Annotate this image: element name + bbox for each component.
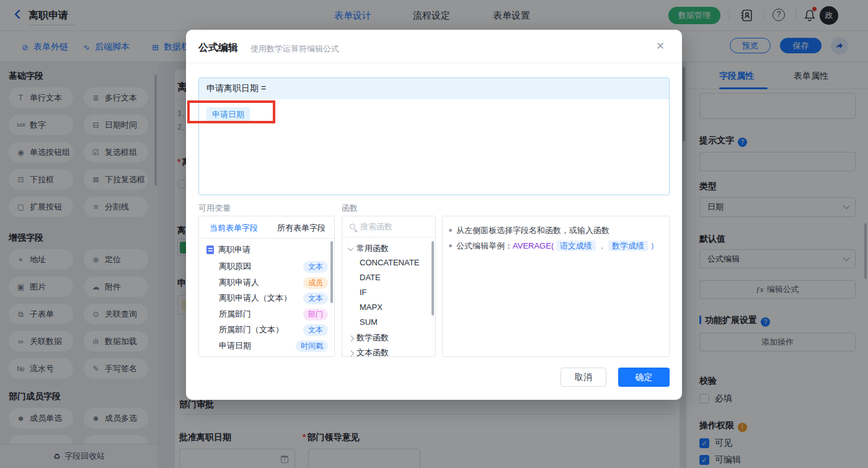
app-root: 离职申请 表单设计 流程设定 表单设置 数据管理 ? 政 ⊘ <box>0 0 868 468</box>
type-badge: 文本 <box>303 324 328 336</box>
variables-tabs: 当前表单字段 所有表单字段 <box>199 216 334 239</box>
modal-subtitle: 使用数学运算符编辑公式 <box>250 43 339 55</box>
bullet-dot <box>449 244 452 247</box>
search-input[interactable] <box>360 222 422 231</box>
var-name: 所属部门（文本） <box>219 324 283 335</box>
type-badge: 文本 <box>303 293 328 304</box>
search-icon <box>350 224 355 229</box>
var-name: 所属部门 <box>219 309 251 320</box>
function-search[interactable] <box>342 216 435 237</box>
formula-edit-modal: 公式编辑 使用数学运算符编辑公式 ✕ 申请离职日期 = 申请日期 可用变量 函数… <box>186 30 682 400</box>
var-name: 申请日期 <box>219 340 251 351</box>
var-row[interactable]: 申请日期时间戳 <box>219 340 328 352</box>
close-icon[interactable]: ✕ <box>656 40 665 53</box>
hint-panel: 从左侧面板选择字段名和函数，或输入函数 公式编辑举例：AVERAGE( 语文成绩… <box>442 216 670 357</box>
form-name: 离职申请 <box>218 244 250 255</box>
group-label: 常用函数 <box>356 243 389 254</box>
panel-scrollbar[interactable] <box>330 241 333 303</box>
func-item[interactable]: DATE <box>360 273 381 282</box>
type-badge: 文本 <box>303 261 328 273</box>
modal-header: 公式编辑 使用数学运算符编辑公式 ✕ <box>186 30 682 63</box>
group-label: 文本函数 <box>356 347 389 357</box>
var-name: 离职申请人 <box>219 277 259 288</box>
tab-current-form-fields[interactable]: 当前表单字段 <box>210 223 258 234</box>
var-row[interactable]: 所属部门部门 <box>219 308 328 320</box>
form-doc-icon <box>206 245 214 254</box>
comma: ， <box>598 241 606 250</box>
chevron-right-icon <box>348 335 354 342</box>
var-row[interactable]: 所属部门（文本）文本 <box>219 324 328 336</box>
var-name: 离职申请人（文本） <box>219 293 291 304</box>
panel-scrollbar[interactable] <box>432 241 434 316</box>
var-row[interactable]: 离职申请人（文本）文本 <box>219 292 328 304</box>
hint-line-1: 从左侧面板选择字段名和函数，或输入函数 <box>456 224 660 236</box>
confirm-button[interactable]: 确定 <box>618 368 670 387</box>
formula-editor[interactable]: 申请离职日期 = 申请日期 <box>198 77 670 195</box>
func-group-common[interactable]: 常用函数 <box>348 243 389 254</box>
cancel-button[interactable]: 取消 <box>560 368 606 387</box>
func-group-text[interactable]: 文本函数 <box>348 347 389 357</box>
var-name: 离职原因 <box>219 261 251 272</box>
functions-panel: 常用函数 CONCATENATE DATE IF MAPX SUM 数学函数 文… <box>342 216 436 357</box>
example-function: AVERAGE( <box>513 241 554 250</box>
type-badge: 成员 <box>303 277 328 289</box>
modal-title: 公式编辑 <box>198 42 238 55</box>
type-badge: 部门 <box>303 309 328 320</box>
hint-text: 公式编辑举例： <box>456 241 513 250</box>
var-row[interactable]: 离职原因文本 <box>219 260 328 273</box>
hint-line-2: 公式编辑举例：AVERAGE( 语文成绩 ， 数学成绩 ） <box>456 240 660 252</box>
var-row[interactable]: 离职申请人成员 <box>219 276 328 289</box>
example-field-tag: 语文成绩 <box>556 241 596 251</box>
chevron-right-icon <box>348 350 354 356</box>
func-item[interactable]: IF <box>360 288 367 297</box>
bullet-dot <box>449 229 452 232</box>
func-group-math[interactable]: 数学函数 <box>348 332 389 343</box>
example-field-tag: 数学成绩 <box>608 241 648 251</box>
func-item[interactable]: SUM <box>360 317 378 327</box>
variables-label: 可用变量 <box>198 203 231 214</box>
close-paren: ） <box>650 241 658 250</box>
func-item[interactable]: MAPX <box>360 302 383 312</box>
hint-text: 从左侧面板选择字段名和函数，或输入函数 <box>456 226 609 235</box>
group-label: 数学函数 <box>356 332 389 343</box>
formula-lhs: 申请离职日期 = <box>199 78 669 99</box>
annotation-highlight-box <box>187 100 275 123</box>
functions-label: 函数 <box>342 203 358 214</box>
form-tree-root[interactable]: 离职申请 <box>206 244 250 255</box>
func-item[interactable]: CONCATENATE <box>360 258 419 267</box>
type-badge: 时间戳 <box>296 340 328 352</box>
chevron-down-icon <box>348 245 354 251</box>
variables-panel: 当前表单字段 所有表单字段 离职申请 离职原因文本 离职申请人成员 离职申请人（… <box>198 216 335 357</box>
tab-all-form-fields[interactable]: 所有表单字段 <box>277 223 326 234</box>
